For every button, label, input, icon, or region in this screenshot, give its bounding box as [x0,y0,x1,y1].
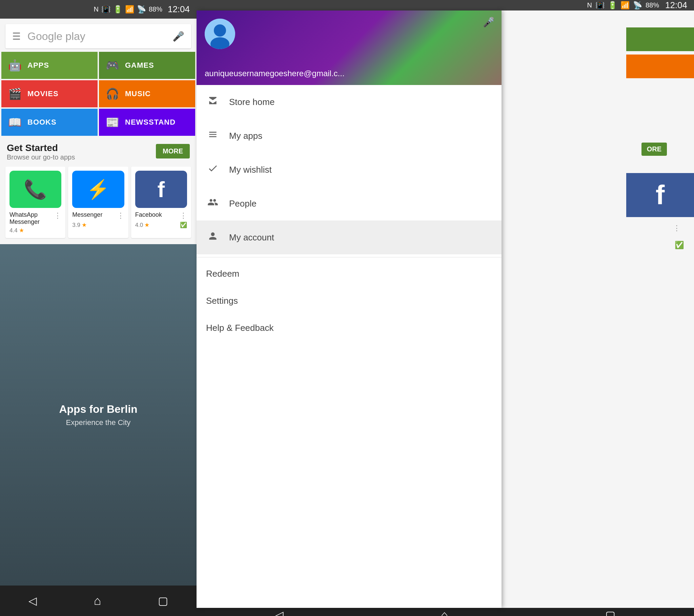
app-name: Messenger [72,211,116,219]
star-icon: ★ [144,222,149,229]
sidebar-item-settings[interactable]: Settings [197,287,501,314]
newsstand-label: NEWSSTAND [125,118,176,127]
get-started-header: Get Started Browse our go-to apps MORE [0,136,197,163]
navigation-drawer: 🎤 auniqueusernamegoeshere@gmail.c... Sto… [197,11,501,608]
app-info-row: Messenger ⋮ [72,211,124,220]
nfc-icon-right: N [587,1,592,9]
right-recents-button[interactable]: ▢ [605,609,615,616]
app-menu-dots-icon[interactable]: ⋮ [117,211,124,220]
list-item[interactable]: 📞 WhatsApp Messenger ⋮ 4.4 ★ [5,167,66,238]
book-icon: 📖 [8,116,22,129]
games-label: GAMES [125,61,154,70]
movies-label: MOVIES [28,89,59,98]
installed-checkmark-icon: ✅ [180,222,187,229]
battery-percent-right: 88% [645,1,659,9]
rating-value: 3.9 [72,222,80,229]
home-button[interactable]: ⌂ [94,594,101,608]
rating-value: 4.4 [10,227,18,234]
get-started-title: Get Started [7,143,75,153]
banner-title: Apps for Berlin [59,403,137,415]
battery-percent: 88% [149,5,162,13]
right-home-button[interactable]: ⌂ [441,608,448,616]
svg-point-1 [214,24,226,37]
app-menu-dots-icon[interactable]: ⋮ [54,211,61,220]
help-feedback-label: Help & Feedback [206,323,273,333]
right-time: 12:04 [665,0,687,11]
recents-button[interactable]: ▢ [158,594,168,607]
right-panel: N 📳 🔋 📶 📡 88% 12:04 ORE f ⋮ ✅ [197,0,694,616]
music-label: MUSIC [125,89,151,98]
drawer-divider [197,257,501,257]
newsstand-category-btn[interactable]: 📰 NEWSSTAND [99,109,195,136]
app-rating: 3.9 ★ [72,222,124,229]
games-category-btn[interactable]: 🎮 GAMES [99,52,195,79]
my-wishlist-icon [206,163,220,176]
app-cards: 📞 WhatsApp Messenger ⋮ 4.4 ★ ⚡ Messenger… [0,163,197,241]
sidebar-item-my-wishlist[interactable]: My wishlist [197,153,501,187]
app-name: Facebook [135,211,180,219]
berlin-banner[interactable]: Apps for Berlin Experience the City [0,244,197,585]
left-panel: N 📳 🔋 📶 📡 88% 12:04 ☰ Google play 🎤 🤖 AP… [0,0,197,616]
my-apps-icon [206,129,220,143]
movies-category-btn[interactable]: 🎬 MOVIES [1,80,97,107]
sidebar-item-my-apps[interactable]: My apps [197,119,501,153]
get-started-text: Get Started Browse our go-to apps [7,143,75,161]
apps-category-btn[interactable]: 🤖 APPS [1,52,97,79]
get-started-subtitle: Browse our go-to apps [7,153,75,161]
avatar-image [205,19,235,49]
music-category-btn[interactable]: 🎧 MUSIC [99,80,195,107]
bg-facebook-icon: f [626,173,694,217]
wifi-icon-right: 📶 [620,1,629,10]
category-grid: 🤖 APPS 🎮 GAMES 🎬 MOVIES 🎧 MUSIC 📖 BOOKS … [1,52,195,136]
rating-value: 4.0 [135,222,143,229]
battery-icon: 🔋 [113,5,122,14]
app-info-row: WhatsApp Messenger ⋮ [10,211,61,226]
books-category-btn[interactable]: 📖 BOOKS [1,109,97,136]
people-label: People [229,199,257,209]
search-bar[interactable]: ☰ Google play 🎤 [5,24,191,49]
app-rating: 4.0 ★ ✅ [135,222,187,229]
battery-icon-right: 🔋 [608,1,617,10]
sidebar-item-redeem[interactable]: Redeem [197,260,501,287]
list-item[interactable]: ⚡ Messenger ⋮ 3.9 ★ [68,167,128,238]
left-nav-bar: ◁ ⌂ ▢ [0,585,197,616]
drawer-menu: Store home My apps My wishlist [197,85,501,608]
vibrate-icon-right: 📳 [596,1,605,10]
my-account-icon [206,231,220,244]
books-label: BOOKS [28,118,57,127]
bg-music-panel [626,55,694,78]
star-icon: ★ [19,227,24,234]
bg-games-panel [626,27,694,51]
google-play-title: Google play [28,30,166,43]
store-home-label: Store home [229,97,274,107]
headphones-icon: 🎧 [106,87,120,100]
nfc-icon: N [93,5,98,13]
right-status-bar: N 📳 🔋 📶 📡 88% 12:04 [197,0,694,11]
sidebar-item-store-home[interactable]: Store home [197,85,501,119]
star-icon: ★ [82,222,87,229]
right-back-button[interactable]: ◁ [275,609,284,616]
my-apps-label: My apps [229,131,262,141]
sidebar-item-people[interactable]: People [197,187,501,221]
vibrate-icon: 📳 [101,5,110,14]
hamburger-icon[interactable]: ☰ [12,31,21,42]
app-menu-dots-icon[interactable]: ⋮ [180,211,187,220]
drawer-email: auniqueusernamegoeshere@gmail.c... [205,69,493,78]
right-nav-bar: ◁ ⌂ ▢ [197,608,694,616]
back-button[interactable]: ◁ [29,594,37,607]
drawer-mic-icon[interactable]: 🎤 [483,17,495,28]
people-icon [206,197,220,210]
app-name: WhatsApp Messenger [10,211,54,226]
app-info-row: Facebook ⋮ [135,211,187,220]
sidebar-item-help-feedback[interactable]: Help & Feedback [197,314,501,341]
messenger-icon: ⚡ [72,171,124,208]
left-time: 12:04 [168,4,190,15]
store-home-icon [206,95,220,109]
drawer-header: 🎤 auniqueusernamegoeshere@gmail.c... [197,11,501,85]
signal-icon-right: 📡 [633,1,642,10]
sidebar-item-my-account[interactable]: My account [197,221,501,254]
bg-right-strip: ORE f ⋮ ✅ [501,11,694,608]
list-item[interactable]: f Facebook ⋮ 4.0 ★ ✅ [131,167,191,238]
more-button[interactable]: MORE [156,144,190,158]
mic-icon[interactable]: 🎤 [172,31,184,42]
